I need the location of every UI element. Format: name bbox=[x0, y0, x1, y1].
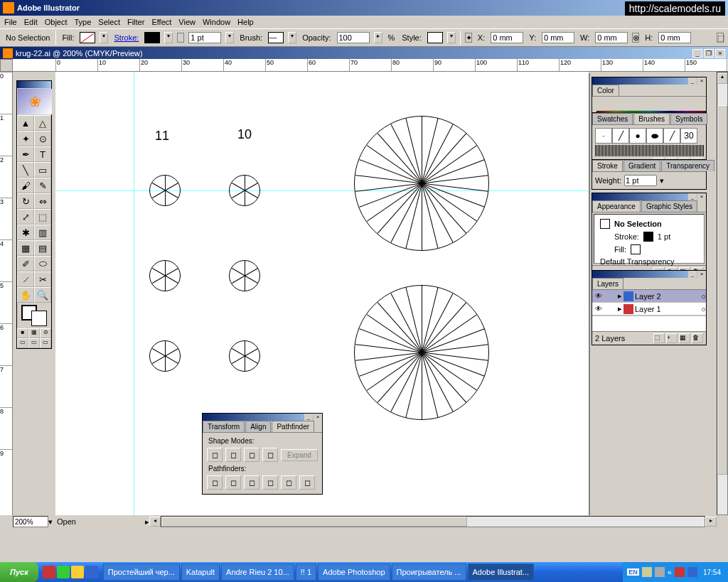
panel-titlebar[interactable]: _× bbox=[203, 414, 322, 421]
brush-item[interactable]: 30 bbox=[680, 128, 697, 144]
color-mode-button[interactable]: ■ bbox=[17, 328, 28, 338]
expand-icon[interactable]: ▸ bbox=[618, 304, 622, 313]
tab-graphic-styles[interactable]: Graphic Styles bbox=[641, 200, 697, 212]
ruler-horizontal[interactable]: 0102030405060708090100110120130140150160 bbox=[13, 59, 728, 72]
canvas-text-11[interactable]: 11 bbox=[155, 129, 169, 144]
doc-minimize-button[interactable]: _ bbox=[692, 49, 702, 58]
delete-layer-icon[interactable]: 🗑 bbox=[692, 333, 703, 343]
tab-transform[interactable]: Transform bbox=[203, 421, 245, 432]
weight-dropdown[interactable]: ▾ bbox=[660, 176, 664, 185]
direct-selection-tool[interactable]: △ bbox=[34, 115, 51, 131]
line-tool[interactable]: ╲ bbox=[17, 162, 34, 178]
task-item-active[interactable]: Adobe Illustrat... bbox=[468, 564, 535, 581]
layer-row[interactable]: 👁 ▸ Layer 2 ○ bbox=[592, 290, 706, 303]
panel-titlebar[interactable]: _× bbox=[592, 271, 706, 278]
guide-vertical[interactable] bbox=[134, 72, 134, 515]
ql-icon[interactable] bbox=[43, 566, 55, 578]
transform-icon[interactable]: ✦ bbox=[465, 33, 472, 43]
canvas-text-10[interactable]: 10 bbox=[237, 127, 252, 142]
graph-tool[interactable]: ▥ bbox=[34, 225, 51, 240]
scale-tool[interactable]: ⤢ bbox=[17, 209, 34, 225]
tab-brushes[interactable]: Brushes bbox=[633, 113, 670, 124]
tray-icon[interactable] bbox=[642, 567, 652, 577]
tray-icon[interactable] bbox=[687, 567, 697, 577]
layer-name[interactable]: Layer 1 bbox=[635, 305, 661, 313]
tab-color[interactable]: Color bbox=[592, 85, 619, 96]
ruler-origin[interactable] bbox=[0, 59, 13, 72]
doc-restore-button[interactable]: ❐ bbox=[704, 49, 714, 58]
tab-symbols[interactable]: Symbols bbox=[670, 113, 707, 124]
brush-preview[interactable] bbox=[595, 145, 705, 156]
panel-titlebar[interactable]: _× bbox=[592, 193, 706, 200]
wheel-object[interactable] bbox=[149, 175, 181, 206]
fill-dropdown[interactable]: ▾ bbox=[100, 32, 108, 43]
brush-item[interactable]: · bbox=[595, 128, 612, 144]
x-input[interactable] bbox=[491, 32, 523, 43]
start-button[interactable]: Пуск bbox=[0, 562, 38, 582]
zoom-tool[interactable]: 🔍 bbox=[34, 287, 51, 303]
menu-select[interactable]: Select bbox=[98, 18, 120, 26]
lasso-tool[interactable]: ⊙ bbox=[34, 131, 51, 146]
divide-button[interactable]: ◻ bbox=[207, 475, 223, 490]
panel-close-icon[interactable]: × bbox=[314, 414, 322, 421]
symbol-sprayer-tool[interactable]: ✱ bbox=[17, 225, 34, 240]
wheel-object-large[interactable] bbox=[354, 285, 489, 420]
magic-wand-tool[interactable]: ✦ bbox=[17, 131, 34, 146]
tab-transparency[interactable]: Transparency bbox=[661, 160, 714, 171]
new-sublayer-icon[interactable]: + bbox=[666, 333, 678, 343]
appearance-fill-row[interactable]: Fill: bbox=[597, 243, 701, 256]
style-swatch[interactable] bbox=[427, 32, 443, 43]
outline-button[interactable]: ◻ bbox=[281, 475, 296, 490]
wheel-object[interactable] bbox=[229, 260, 260, 291]
fill-swatch[interactable] bbox=[80, 32, 95, 43]
intersect-shape-button[interactable]: ◻ bbox=[244, 448, 259, 462]
stroke-swatch[interactable] bbox=[144, 32, 160, 43]
blend-tool[interactable]: ⬭ bbox=[34, 256, 51, 271]
menu-effect[interactable]: Effect bbox=[151, 18, 171, 26]
minus-back-button[interactable]: ◻ bbox=[299, 475, 315, 490]
wheel-object[interactable] bbox=[149, 340, 181, 372]
gradient-mode-button[interactable]: ▦ bbox=[28, 328, 40, 338]
opacity-input[interactable] bbox=[337, 32, 370, 43]
screen-mode-full[interactable]: ▭ bbox=[40, 338, 51, 348]
menu-type[interactable]: Type bbox=[75, 18, 92, 26]
menu-help[interactable]: Help bbox=[237, 18, 254, 26]
mesh-tool[interactable]: ▦ bbox=[17, 240, 34, 256]
visibility-icon[interactable]: 👁 bbox=[592, 292, 605, 300]
panel-minimize-icon[interactable]: _ bbox=[688, 193, 697, 200]
menu-file[interactable]: File bbox=[4, 18, 17, 26]
pen-tool[interactable]: ✒ bbox=[17, 146, 34, 162]
h-input[interactable] bbox=[658, 32, 691, 43]
stroke-weight-dropdown[interactable]: ▾ bbox=[225, 32, 234, 43]
none-swatch[interactable] bbox=[595, 99, 605, 109]
target-icon[interactable]: ○ bbox=[701, 305, 706, 313]
add-shape-button[interactable]: ◻ bbox=[207, 448, 223, 462]
tab-layers[interactable]: Layers bbox=[592, 278, 623, 289]
lock-icon[interactable]: ⊗ bbox=[632, 33, 639, 43]
trim-button[interactable]: ◻ bbox=[225, 475, 241, 490]
visibility-icon[interactable]: 👁 bbox=[592, 305, 605, 313]
stroke-color[interactable] bbox=[31, 311, 47, 326]
tray-expand-icon[interactable]: « bbox=[668, 568, 672, 576]
ql-icon[interactable] bbox=[85, 566, 98, 578]
new-layer-icon[interactable]: ▦ bbox=[679, 333, 690, 343]
brush-item[interactable]: ╱ bbox=[663, 128, 680, 144]
menu-filter[interactable]: Filter bbox=[127, 18, 144, 26]
tab-appearance[interactable]: Appearance bbox=[592, 200, 641, 212]
scrollbar-vertical[interactable]: ▴ bbox=[717, 72, 728, 515]
panel-minimize-icon[interactable]: _ bbox=[688, 271, 697, 278]
panel-close-icon[interactable]: × bbox=[697, 271, 706, 278]
rotate-tool[interactable]: ↻ bbox=[17, 193, 34, 209]
tray-icon[interactable] bbox=[675, 567, 685, 577]
clock[interactable]: 17:54 bbox=[700, 568, 724, 576]
wheel-object-large[interactable] bbox=[354, 116, 489, 251]
menu-view[interactable]: View bbox=[178, 18, 196, 26]
ruler-vertical[interactable]: 0123456789 bbox=[0, 72, 13, 515]
ql-icon[interactable] bbox=[71, 566, 84, 578]
y-input[interactable] bbox=[542, 32, 574, 43]
wheel-object[interactable] bbox=[229, 340, 260, 372]
scroll-thumb-v[interactable] bbox=[717, 105, 727, 475]
weight-input[interactable] bbox=[624, 175, 657, 186]
gradient-tool[interactable]: ▤ bbox=[34, 240, 51, 256]
brush-swatch[interactable]: — bbox=[268, 32, 284, 43]
